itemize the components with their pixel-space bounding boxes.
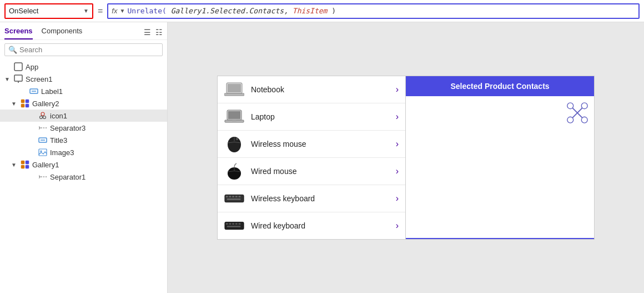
gallery-item-label-notebook: Notebook [251,85,389,94]
tree-item-separator1[interactable]: Separator1 [0,171,167,183]
svg-rect-8 [26,104,29,107]
svg-rect-38 [235,196,238,197]
equals-sign: = [98,6,103,16]
tree-label-title3: Title3 [50,136,163,145]
search-input[interactable] [19,46,159,54]
grid-view-icon[interactable]: ☷ [155,28,163,37]
tree-label-app: App [26,63,163,71]
gallery-item-laptop[interactable]: Laptop› [218,103,405,131]
svg-rect-37 [232,196,234,197]
content-area: Notebook›Laptop›Wireless mouse›Wired mou… [168,22,644,293]
gallery-item-arrow-laptop: › [396,112,399,122]
svg-rect-26 [224,93,244,96]
gallery-item-wired-mouse[interactable]: Wired mouse› [218,158,405,185]
gallery-item-wired-keyboard[interactable]: Wired keyboard› [218,212,405,239]
svg-rect-47 [227,226,241,227]
unrelate-icon[interactable] [566,102,588,124]
svg-rect-40 [227,198,241,200]
list-view-icon[interactable]: ☰ [144,28,151,37]
tree-label-separator1: Separator1 [50,173,163,181]
tree-arrow-gallery1: ▼ [11,162,18,168]
tree-item-screen1[interactable]: ▼Screen1 [0,73,167,85]
svg-rect-45 [235,223,238,225]
contacts-body [406,96,594,239]
svg-rect-19 [21,161,24,164]
app-icon [13,62,23,71]
svg-rect-46 [239,223,241,225]
contacts-header: Selected Product Contacts [406,76,594,96]
gallery-item-label-wired-mouse: Wired mouse [251,167,389,176]
gallery-item-wireless-keyboard[interactable]: Wireless keyboard› [218,185,405,212]
formula-text: Unrelate( Gallery1.Selected.Contacts, Th… [127,7,336,15]
svg-rect-25 [228,84,241,92]
gallery-item-wireless-mouse[interactable]: Wireless mouse› [218,131,405,158]
top-bar: OnSelect ▼ = fx ▼ Unrelate( Gallery1.Sel… [0,0,644,22]
main-layout: Screens Components ☰ ☷ 🔍 App▼Screen1Labe… [0,22,644,293]
svg-rect-21 [21,165,24,168]
sidebar: Screens Components ☰ ☷ 🔍 App▼Screen1Labe… [0,22,168,293]
separator-icon [38,172,48,181]
chevron-down-icon: ▼ [83,8,89,14]
tree-label-label1: Label1 [41,87,163,96]
search-icon: 🔍 [8,46,17,54]
fx-chevron-icon: ▼ [119,8,125,14]
gallery-item-arrow-wireless-mouse: › [396,139,399,149]
gallery-item-label-wireless-mouse: Wireless mouse [251,140,389,148]
formula-bar[interactable]: fx ▼ Unrelate( Gallery1.Selected.Contact… [107,3,640,19]
gallery-item-arrow-notebook: › [396,85,399,95]
tree-arrow-gallery2: ▼ [11,101,18,107]
fx-label: fx [112,7,117,15]
tree-label-separator3: Separator3 [50,124,163,132]
notebook-icon [224,82,244,97]
image-icon [38,148,48,157]
search-box: 🔍 [4,43,163,56]
wmouse-icon [224,136,244,152]
gallery-item-arrow-wireless-keyboard: › [396,193,399,203]
tree-item-separator3[interactable]: Separator3 [0,122,167,134]
tree-item-app[interactable]: App [0,61,167,73]
svg-rect-22 [26,165,29,168]
gallery-item-label-laptop: Laptop [251,112,389,121]
contacts-panel: Selected Product Contacts [406,76,595,240]
tree-item-gallery1[interactable]: ▼Gallery1 [0,158,167,171]
tab-components[interactable]: Components [42,27,83,39]
gallery-list: Notebook›Laptop›Wireless mouse›Wired mou… [217,76,406,240]
tree-item-gallery2[interactable]: ▼Gallery2 [0,97,167,110]
gallery-item-label-wired-keyboard: Wired keyboard [251,221,389,230]
svg-rect-44 [232,223,234,225]
event-dropdown[interactable]: OnSelect ▼ [4,3,93,19]
gallery-item-notebook[interactable]: Notebook› [218,76,405,103]
svg-rect-1 [14,75,22,81]
keyboard-icon [224,218,244,234]
tree-item-title3[interactable]: Title3 [0,134,167,146]
gallery-icon [20,160,30,169]
svg-rect-28 [228,111,240,119]
svg-rect-35 [226,196,228,197]
svg-rect-42 [226,223,228,225]
svg-point-18 [41,151,42,152]
tree-label-gallery2: Gallery2 [32,100,163,108]
gallery-item-arrow-wired-keyboard: › [396,221,399,231]
tree-arrow-screen1: ▼ [4,76,11,82]
label-icon [29,87,39,96]
svg-rect-39 [239,196,241,197]
svg-rect-5 [21,100,24,103]
screen-icon [13,75,23,83]
sidebar-tabs: Screens Components ☰ ☷ [0,22,167,40]
icon1-icon [38,111,48,120]
unrelate-icon-container [566,102,588,124]
tab-screens[interactable]: Screens [4,27,33,39]
svg-rect-36 [229,196,232,197]
tree-label-gallery1: Gallery1 [32,161,163,169]
svg-rect-0 [14,63,22,71]
svg-rect-20 [26,161,29,164]
tree-item-image3[interactable]: Image3 [0,146,167,158]
gallery-item-arrow-wired-mouse: › [396,166,399,176]
svg-rect-43 [229,223,232,225]
separator-icon [38,123,48,132]
tree-item-label1[interactable]: Label1 [0,85,167,97]
laptop-icon [224,109,244,125]
tree-item-icon1[interactable]: icon1 [0,110,167,122]
svg-point-9 [41,112,44,116]
tree-label-icon1: icon1 [50,112,163,120]
